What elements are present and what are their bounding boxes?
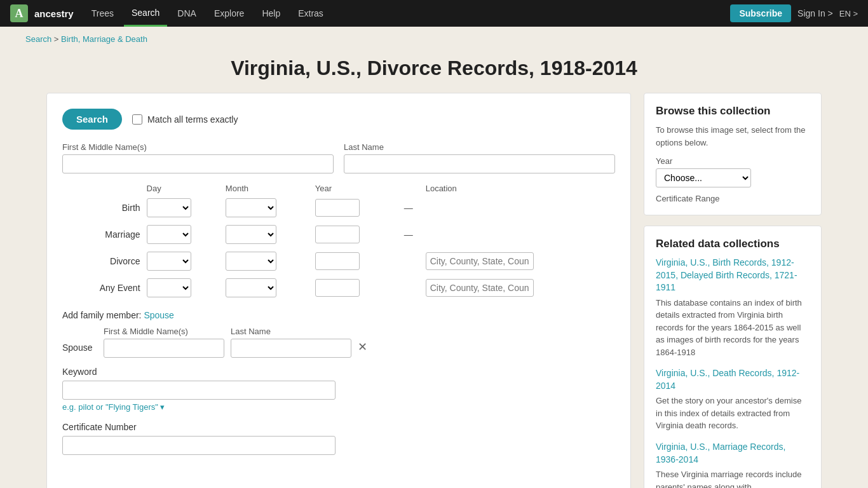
browse-title: Browse this collection: [656, 105, 810, 118]
spouse-first-input[interactable]: [104, 339, 224, 358]
col-header-day: Day: [147, 184, 226, 196]
any-event-row: Any Event: [62, 276, 615, 302]
keyword-label: Keyword: [62, 367, 615, 377]
related-desc-1: Get the story on your ancestor's demise …: [656, 395, 810, 432]
divorce-row: Divorce: [62, 249, 615, 276]
col-header-location: Location: [426, 184, 615, 196]
spouse-row: Spouse First & Middle Name(s) Last Name …: [62, 327, 615, 358]
spouse-last-label: Last Name: [231, 327, 351, 336]
right-sidebar: Browse this collection To browse this im…: [644, 93, 822, 488]
logo-text: ancestry: [34, 8, 74, 19]
birth-month-select[interactable]: [226, 198, 276, 217]
ancestry-logo-icon: A: [10, 4, 28, 22]
last-name-group: Last Name: [344, 142, 615, 173]
birth-label: Birth: [62, 196, 147, 222]
keyword-input[interactable]: [62, 381, 336, 400]
nav-extras[interactable]: Extras: [290, 0, 331, 27]
nav-search[interactable]: Search: [124, 0, 167, 27]
related-link-2[interactable]: Virginia, U.S., Marriage Records, 1936-2…: [656, 441, 810, 466]
breadcrumb-current[interactable]: Birth, Marriage & Death: [61, 34, 147, 44]
divorce-day-select[interactable]: [147, 252, 191, 271]
col-header-year: Year: [315, 184, 394, 196]
nav-dna[interactable]: DNA: [170, 0, 204, 27]
marriage-day-select[interactable]: [147, 225, 191, 244]
spouse-last-input[interactable]: [231, 339, 351, 358]
match-exact-checkbox[interactable]: [132, 114, 142, 125]
first-name-group: First & Middle Name(s): [62, 142, 334, 173]
birth-day-select[interactable]: [147, 198, 191, 217]
birth-year-input[interactable]: [315, 199, 360, 217]
marriage-row: Marriage —: [62, 222, 615, 249]
year-label: Year: [656, 156, 810, 166]
spouse-first-label: First & Middle Name(s): [104, 327, 224, 336]
nav-trees[interactable]: Trees: [84, 0, 121, 27]
spouse-link[interactable]: Spouse: [144, 310, 173, 320]
match-exact-label[interactable]: Match all terms exactly: [132, 114, 238, 125]
spouse-first-group: First & Middle Name(s): [104, 327, 224, 358]
last-name-label: Last Name: [344, 142, 615, 152]
related-title: Related data collections: [656, 238, 810, 250]
any-event-day-select[interactable]: [147, 278, 191, 297]
search-button[interactable]: Search: [62, 109, 122, 130]
browse-card: Browse this collection To browse this im…: [644, 93, 822, 215]
year-select[interactable]: Choose...: [656, 168, 751, 187]
page-title: Virginia, U.S., Divorce Records, 1918-20…: [25, 57, 843, 80]
divorce-location-input[interactable]: [426, 252, 534, 270]
first-name-input[interactable]: [62, 154, 334, 173]
search-panel: Search Match all terms exactly First & M…: [46, 93, 631, 488]
spouse-label: Spouse: [62, 342, 97, 358]
signin-link[interactable]: Sign In >: [797, 8, 833, 18]
related-desc-2: These Virginia marriage records include …: [656, 468, 810, 488]
birth-row: Birth —: [62, 196, 615, 222]
col-header-month: Month: [226, 184, 315, 196]
nav-help[interactable]: Help: [254, 0, 288, 27]
cert-range-label: Certificate Range: [656, 194, 810, 203]
any-event-month-select[interactable]: [226, 278, 276, 297]
spouse-name-row: First & Middle Name(s) Last Name ✕: [104, 327, 367, 358]
cert-input[interactable]: [62, 436, 336, 455]
cert-label: Certificate Number: [62, 422, 615, 432]
breadcrumb-search[interactable]: Search: [25, 34, 51, 44]
birth-dash: —: [394, 196, 426, 222]
marriage-dash: —: [394, 222, 426, 249]
marriage-label: Marriage: [62, 222, 147, 249]
related-link-0[interactable]: Virginia, U.S., Birth Records, 1912-2015…: [656, 257, 810, 294]
any-event-location-input[interactable]: [426, 279, 534, 297]
cert-section: Certificate Number: [62, 422, 615, 455]
logo[interactable]: A ancestry: [10, 4, 74, 22]
date-table: Day Month Year Location Birth —: [62, 184, 615, 302]
last-name-input[interactable]: [344, 154, 615, 173]
divorce-month-select[interactable]: [226, 252, 276, 271]
main-layout: Search Match all terms exactly First & M…: [21, 93, 847, 488]
nav-right: Subscribe Sign In > EN >: [730, 4, 858, 22]
related-link-1[interactable]: Virginia, U.S., Death Records, 1912-2014: [656, 367, 810, 392]
breadcrumb-separator: >: [54, 34, 61, 44]
marriage-month-select[interactable]: [226, 225, 276, 244]
match-exact-text: Match all terms exactly: [147, 114, 238, 125]
any-event-year-input[interactable]: [315, 279, 360, 297]
nav-explore[interactable]: Explore: [207, 0, 252, 27]
browse-desc: To browse this image set, select from th…: [656, 124, 810, 149]
search-top-row: Search Match all terms exactly: [62, 109, 615, 130]
subscribe-button[interactable]: Subscribe: [730, 4, 791, 22]
family-member-section: Add family member: Spouse Spouse First &…: [62, 310, 615, 358]
spouse-last-group: Last Name: [231, 327, 351, 358]
breadcrumb: Search > Birth, Marriage & Death: [0, 27, 868, 46]
language-selector[interactable]: EN >: [839, 9, 858, 18]
any-event-label: Any Event: [62, 276, 147, 302]
spouse-remove-button[interactable]: ✕: [358, 340, 367, 358]
first-name-label: First & Middle Name(s): [62, 142, 334, 152]
add-family-label: Add family member:: [62, 310, 141, 320]
related-card: Related data collections Virginia, U.S.,…: [644, 226, 822, 488]
divorce-label: Divorce: [62, 249, 147, 276]
divorce-year-input[interactable]: [315, 252, 360, 270]
svg-text:A: A: [15, 7, 24, 20]
keyword-section: Keyword e.g. pilot or "Flying Tigers" ▾: [62, 367, 615, 412]
name-row: First & Middle Name(s) Last Name: [62, 142, 615, 173]
marriage-year-input[interactable]: [315, 226, 360, 243]
navbar: A ancestry Trees Search DNA Explore Help…: [0, 0, 868, 27]
keyword-hint[interactable]: e.g. pilot or "Flying Tigers" ▾: [62, 402, 615, 412]
related-desc-0: This database contains an index of birth…: [656, 297, 810, 359]
